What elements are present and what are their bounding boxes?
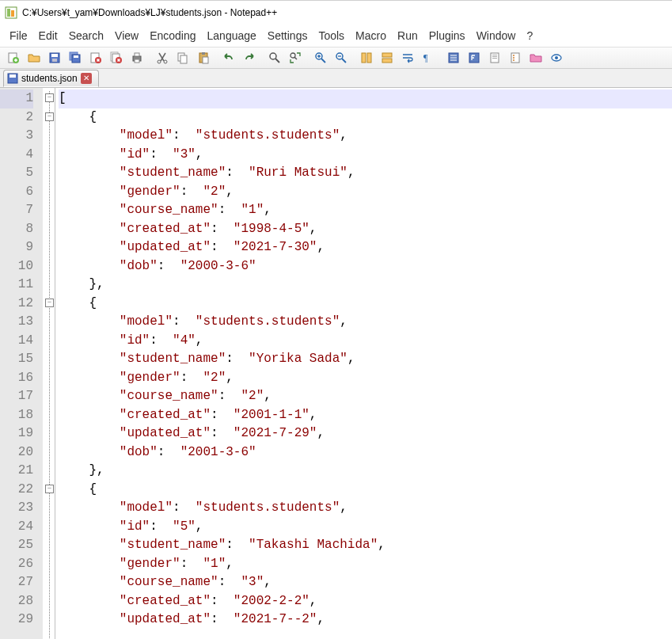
fold-toggle-icon[interactable]: −: [45, 93, 54, 102]
fold-toggle-icon[interactable]: −: [45, 112, 54, 121]
code-line[interactable]: "updated_at": "2021-7--2",: [59, 610, 672, 629]
save-all-icon[interactable]: [65, 48, 85, 67]
menu-encoding[interactable]: Encoding: [145, 28, 200, 44]
svg-rect-48: [9, 74, 16, 78]
menu-settings[interactable]: Settings: [263, 28, 313, 44]
zoom-out-icon[interactable]: [331, 48, 351, 67]
copy-icon[interactable]: [173, 48, 193, 67]
code-line[interactable]: "course_name": "2",: [59, 387, 672, 406]
menu-help[interactable]: ?: [522, 28, 537, 44]
line-number: 19: [0, 424, 33, 443]
wordwrap-icon[interactable]: [397, 48, 418, 67]
menu-tools[interactable]: Tools: [313, 28, 349, 44]
tab-students-json[interactable]: students.json ✕: [3, 70, 99, 87]
save-state-icon: [7, 73, 18, 84]
code-line[interactable]: "gender": "2",: [59, 369, 672, 388]
code-line[interactable]: "model": "students.students",: [59, 313, 672, 332]
sync-h-icon[interactable]: [377, 48, 397, 67]
menu-search[interactable]: Search: [64, 28, 108, 44]
code-line[interactable]: "created_at": "2001-1-1",: [59, 406, 672, 425]
code-line[interactable]: },: [59, 276, 672, 295]
tab-close-icon[interactable]: ✕: [81, 73, 92, 84]
code-line[interactable]: [: [59, 89, 672, 108]
fold-toggle-icon[interactable]: −: [45, 299, 54, 307]
code-line[interactable]: "model": "students.students",: [59, 499, 672, 518]
code-line[interactable]: "student_name": "Ruri Matsui",: [59, 164, 672, 183]
titlebar: C:¥Users¥t_yam¥Downloads¥LJ¥students.jso…: [0, 1, 672, 25]
code-line[interactable]: "student_name": "Yorika Sada",: [59, 350, 672, 369]
undo-icon[interactable]: [218, 48, 239, 67]
menu-file[interactable]: File: [5, 28, 32, 44]
code-line[interactable]: "model": "students.students",: [59, 127, 672, 146]
close-all-icon[interactable]: [106, 48, 127, 67]
func-list-icon[interactable]: [505, 48, 526, 67]
svg-point-44: [513, 59, 514, 61]
line-number: 9: [0, 238, 33, 257]
svg-rect-6: [51, 54, 58, 57]
lang-icon[interactable]: [464, 48, 484, 67]
svg-rect-39: [492, 56, 497, 57]
code-line[interactable]: {: [59, 108, 672, 127]
line-number: 20: [0, 443, 33, 462]
line-number: 10: [0, 257, 33, 276]
indent-guide-icon[interactable]: [443, 48, 464, 67]
line-number: 25: [0, 536, 33, 555]
folder-workspace-icon[interactable]: [526, 48, 546, 67]
code-line[interactable]: "dob": "2000-3-6": [59, 257, 672, 276]
menu-view[interactable]: View: [110, 28, 143, 44]
svg-point-46: [555, 56, 558, 59]
code-line[interactable]: "dob": "2001-3-6": [59, 443, 672, 462]
find-icon[interactable]: [264, 48, 285, 67]
code-line[interactable]: {: [59, 295, 672, 314]
save-icon[interactable]: [44, 48, 65, 67]
open-folder-icon[interactable]: [24, 48, 44, 67]
allchars-icon[interactable]: ¶: [418, 48, 439, 67]
svg-rect-17: [135, 53, 139, 56]
new-file-icon[interactable]: [3, 48, 24, 67]
menu-language[interactable]: Language: [203, 28, 261, 44]
doc-map-icon[interactable]: [484, 48, 505, 67]
menu-window[interactable]: Window: [472, 28, 521, 44]
svg-rect-2: [11, 10, 14, 17]
app-window: C:¥Users¥t_yam¥Downloads¥LJ¥students.jso…: [0, 0, 672, 639]
code-line[interactable]: "updated_at": "2021-7-30",: [59, 238, 672, 257]
code-line[interactable]: {: [59, 481, 672, 500]
code-line[interactable]: "gender": "1",: [59, 555, 672, 574]
replace-icon[interactable]: [285, 48, 306, 67]
menu-edit[interactable]: Edit: [34, 28, 63, 44]
fold-toggle-icon[interactable]: −: [45, 485, 54, 493]
menu-macro[interactable]: Macro: [351, 28, 391, 44]
paste-icon[interactable]: [193, 48, 214, 67]
line-number: 15: [0, 350, 33, 369]
code-line[interactable]: "student_name": "Takashi Machida",: [59, 536, 672, 555]
svg-point-43: [513, 57, 514, 59]
line-number: 6: [0, 183, 33, 202]
code-line[interactable]: },: [59, 462, 672, 481]
code-line[interactable]: "created_at": "2002-2-2",: [59, 592, 672, 611]
code-line[interactable]: "course_name": "1",: [59, 201, 672, 220]
code-line[interactable]: "id": "5",: [59, 518, 672, 537]
line-number: 18: [0, 406, 33, 425]
code-line[interactable]: "updated_at": "2021-7-29",: [59, 424, 672, 443]
code-line[interactable]: "gender": "2",: [59, 183, 672, 202]
monitor-icon[interactable]: [546, 48, 567, 67]
code-line[interactable]: "id": "3",: [59, 146, 672, 165]
code-line[interactable]: "id": "4",: [59, 332, 672, 351]
menu-run[interactable]: Run: [393, 28, 423, 44]
menu-plugins[interactable]: Plugins: [424, 28, 470, 44]
svg-rect-25: [203, 57, 208, 63]
code-line[interactable]: "created_at": "1998-4-5",: [59, 220, 672, 239]
tab-label: students.json: [21, 73, 78, 84]
print-icon[interactable]: [127, 48, 147, 67]
line-number: 27: [0, 573, 33, 592]
code-line[interactable]: "course_name": "3",: [59, 573, 672, 592]
close-icon[interactable]: [85, 48, 106, 67]
redo-icon[interactable]: [239, 48, 260, 67]
sync-v-icon[interactable]: [356, 48, 377, 67]
code-area[interactable]: [ { "model": "students.students", "id": …: [55, 88, 672, 639]
fold-column[interactable]: −−−−: [43, 88, 55, 639]
zoom-in-icon[interactable]: [310, 48, 331, 67]
svg-point-20: [164, 60, 167, 63]
svg-rect-31: [367, 53, 371, 63]
cut-icon[interactable]: [152, 48, 173, 67]
